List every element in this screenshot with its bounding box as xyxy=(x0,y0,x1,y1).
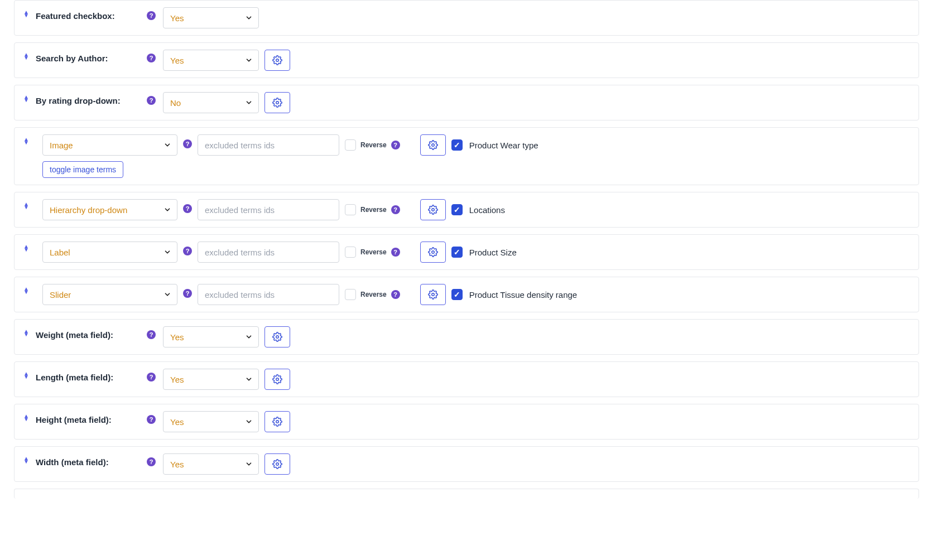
settings-button[interactable] xyxy=(264,50,290,71)
reverse-checkbox[interactable] xyxy=(345,204,356,215)
help-icon[interactable]: ? xyxy=(147,415,156,424)
help-icon[interactable]: ? xyxy=(183,247,192,255)
help-icon[interactable]: ? xyxy=(147,54,156,62)
help-icon[interactable]: ? xyxy=(147,457,156,466)
select-view-type[interactable]: Slider xyxy=(42,284,177,305)
label-height: Height (meta field): xyxy=(36,411,140,424)
select-value: Yes xyxy=(170,56,184,65)
chevron-down-icon xyxy=(163,248,171,256)
settings-button[interactable] xyxy=(420,284,446,305)
enable-checkbox[interactable] xyxy=(451,139,463,151)
select-view-type[interactable]: Hierarchy drop-down xyxy=(42,199,177,220)
settings-button[interactable] xyxy=(264,369,290,390)
enable-checkbox[interactable] xyxy=(451,289,463,300)
reverse-checkbox[interactable] xyxy=(345,139,356,151)
excluded-terms-input[interactable] xyxy=(198,284,339,305)
sort-handle-icon[interactable]: ▲▼ xyxy=(22,284,30,294)
help-icon[interactable]: ? xyxy=(391,290,400,299)
row-height: ▲▼ Height (meta field): ? Yes xyxy=(14,404,919,440)
row-partial: ▲▼ xyxy=(14,489,919,499)
attribute-name: Product Tissue density range xyxy=(469,290,577,300)
excluded-terms-input[interactable] xyxy=(198,134,339,156)
reverse-label: Reverse xyxy=(360,141,387,149)
sort-handle-icon[interactable]: ▲▼ xyxy=(22,134,30,144)
chevron-down-icon xyxy=(245,56,253,64)
select-rating[interactable]: No xyxy=(163,92,259,113)
label-featured: Featured checkbox: xyxy=(36,7,140,21)
settings-button[interactable] xyxy=(264,92,290,113)
select-view-type[interactable]: Label xyxy=(42,242,177,263)
excluded-terms-input[interactable] xyxy=(198,242,339,263)
sort-handle-icon[interactable]: ▲▼ xyxy=(22,453,30,464)
help-icon[interactable]: ? xyxy=(147,96,156,105)
row-product-size: ▲▼ Label ? Reverse ? Product Size xyxy=(14,234,919,270)
select-height[interactable]: Yes xyxy=(163,411,259,432)
toggle-image-terms-button[interactable]: toggle image terms xyxy=(42,161,123,178)
svg-point-9 xyxy=(276,463,279,466)
svg-point-3 xyxy=(431,209,434,211)
select-width[interactable]: Yes xyxy=(163,453,259,475)
label-rating: By rating drop-down: xyxy=(36,92,140,105)
chevron-down-icon xyxy=(245,375,253,383)
svg-point-0 xyxy=(276,59,279,62)
help-icon[interactable]: ? xyxy=(147,11,156,20)
help-icon[interactable]: ? xyxy=(391,205,400,214)
settings-button[interactable] xyxy=(264,411,290,432)
sort-handle-icon[interactable]: ▲▼ xyxy=(22,92,30,102)
select-value: Yes xyxy=(170,460,184,469)
enable-checkbox[interactable] xyxy=(451,247,463,258)
help-icon[interactable]: ? xyxy=(183,139,192,148)
help-icon[interactable]: ? xyxy=(391,141,400,149)
sort-handle-icon[interactable]: ▲▼ xyxy=(22,411,30,421)
sort-handle-icon[interactable]: ▲▼ xyxy=(22,496,30,499)
select-featured[interactable]: Yes xyxy=(163,7,259,28)
sort-handle-icon[interactable]: ▲▼ xyxy=(22,242,30,252)
help-icon[interactable]: ? xyxy=(147,373,156,382)
chevron-down-icon xyxy=(245,333,253,341)
select-view-type[interactable]: Image xyxy=(42,134,177,156)
svg-point-8 xyxy=(276,421,279,423)
row-weight: ▲▼ Weight (meta field): ? Yes xyxy=(14,319,919,355)
select-value: Yes xyxy=(170,13,184,23)
excluded-terms-input[interactable] xyxy=(198,199,339,220)
reverse-label: Reverse xyxy=(360,206,387,214)
svg-point-1 xyxy=(276,102,279,104)
sort-handle-icon[interactable]: ▲▼ xyxy=(22,199,30,209)
reverse-checkbox[interactable] xyxy=(345,289,356,300)
sort-handle-icon[interactable]: ▲▼ xyxy=(22,326,30,336)
select-length[interactable]: Yes xyxy=(163,369,259,390)
row-locations: ▲▼ Hierarchy drop-down ? Reverse ? Locat… xyxy=(14,192,919,228)
label-length: Length (meta field): xyxy=(36,369,140,382)
select-value: Slider xyxy=(50,290,71,300)
chevron-down-icon xyxy=(245,460,253,468)
row-author: ▲▼ Search by Author: ? Yes xyxy=(14,42,919,78)
row-product-wear-type: ▲▼ Image ? Reverse ? Product Wea xyxy=(14,127,919,185)
label-weight: Weight (meta field): xyxy=(36,326,140,340)
svg-point-2 xyxy=(431,144,434,147)
sort-handle-icon[interactable]: ▲▼ xyxy=(22,369,30,379)
settings-button[interactable] xyxy=(420,199,446,220)
reverse-label: Reverse xyxy=(360,291,387,298)
select-value: Hierarchy drop-down xyxy=(50,205,127,215)
help-icon[interactable]: ? xyxy=(183,204,192,213)
settings-button[interactable] xyxy=(264,326,290,347)
row-featured: ▲▼ Featured checkbox: ? Yes xyxy=(14,0,919,36)
label-width: Width (meta field): xyxy=(36,453,140,467)
sort-handle-icon[interactable]: ▲▼ xyxy=(22,7,30,17)
help-icon[interactable]: ? xyxy=(147,330,156,339)
enable-checkbox[interactable] xyxy=(451,204,463,215)
sort-handle-icon[interactable]: ▲▼ xyxy=(22,50,30,60)
select-value: Yes xyxy=(170,332,184,342)
settings-button[interactable] xyxy=(420,242,446,263)
attribute-name: Product Size xyxy=(469,248,517,257)
help-icon[interactable]: ? xyxy=(183,289,192,298)
select-author[interactable]: Yes xyxy=(163,50,259,71)
reverse-checkbox[interactable] xyxy=(345,247,356,258)
row-width: ▲▼ Width (meta field): ? Yes xyxy=(14,446,919,482)
settings-button[interactable] xyxy=(264,453,290,475)
select-value: Yes xyxy=(170,375,184,384)
help-icon[interactable]: ? xyxy=(391,248,400,257)
settings-button[interactable] xyxy=(420,134,446,156)
select-weight[interactable]: Yes xyxy=(163,326,259,347)
row-rating: ▲▼ By rating drop-down: ? No xyxy=(14,85,919,120)
